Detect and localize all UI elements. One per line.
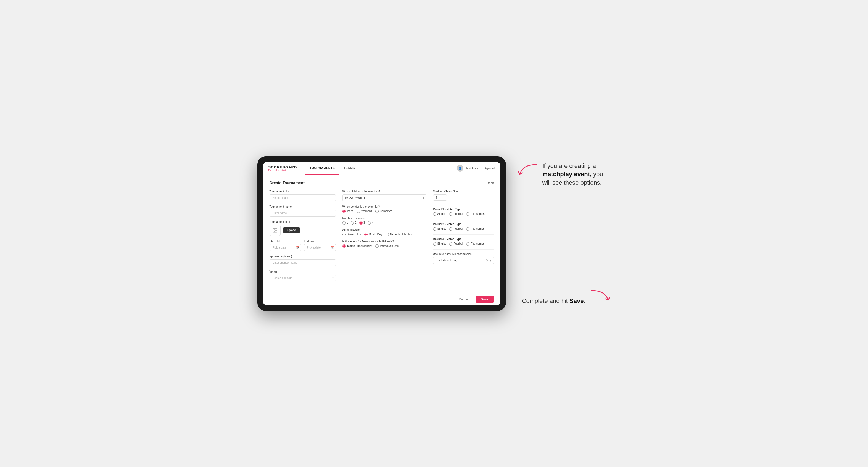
close-icon: ✕ — [486, 258, 489, 262]
tournament-name-input[interactable] — [270, 210, 336, 217]
round2-foursomes[interactable]: Foursomes — [466, 227, 485, 230]
nav-user: 👤 Test User | Sign out — [457, 165, 495, 172]
scoring-medal-radio[interactable] — [385, 233, 389, 236]
individuals-radio[interactable] — [375, 244, 379, 248]
cancel-button[interactable]: Cancel — [455, 296, 473, 303]
divider-4 — [433, 249, 494, 250]
back-link[interactable]: ← Back — [483, 181, 494, 185]
date-group: Start date 📅 End date — [270, 240, 336, 251]
round1-match-type: Singles Fourball Foursomes — [433, 212, 494, 216]
round3-singles-radio[interactable] — [433, 242, 436, 246]
divider-1 — [433, 205, 494, 205]
tablet-screen: SCOREBOARD Powered by clippit TOURNAMENT… — [263, 162, 500, 306]
sponsor-input[interactable] — [270, 259, 336, 266]
annotation-top: If you are creating a matchplay event, y… — [517, 162, 611, 187]
scoring-label: Scoring system — [342, 228, 426, 231]
annotation-bottom-part1: Complete and hit — [522, 298, 569, 304]
separator: | — [480, 166, 482, 170]
round3-singles[interactable]: Singles — [433, 242, 446, 246]
tab-tournaments[interactable]: TOURNAMENTS — [305, 162, 339, 175]
round2-match-type: Singles Fourball Foursomes — [433, 227, 494, 230]
annotation-top-text: If you are creating a matchplay event, y… — [542, 162, 611, 187]
gender-mens-radio[interactable] — [342, 210, 346, 213]
save-button[interactable]: Save — [475, 296, 494, 303]
round2-singles[interactable]: Singles — [433, 227, 446, 230]
chevron-down-icon: ▾ — [490, 258, 491, 262]
user-name: Test User — [466, 166, 478, 170]
end-date-wrapper: 📅 — [304, 244, 336, 251]
round1-group: Round 1 - Match Type Singles Fourball — [433, 208, 494, 216]
page-title: Create Tournament — [270, 181, 305, 185]
form-container: Create Tournament ← Back Tournament Host — [263, 175, 500, 293]
start-date-group: Start date 📅 — [270, 240, 301, 251]
rounds-2[interactable]: 2 — [351, 221, 356, 224]
rounds-4-radio[interactable] — [368, 221, 371, 224]
start-date-label: Start date — [270, 240, 301, 243]
rounds-3-radio[interactable] — [359, 221, 363, 224]
division-select[interactable]: NCAA Division I NCAA Division II NCAA Di… — [342, 194, 426, 201]
rounds-radio-group: 1 2 3 — [342, 221, 426, 224]
arrow-bottom-wrapper — [589, 288, 611, 306]
tab-teams[interactable]: TEAMS — [339, 162, 359, 175]
gender-combined[interactable]: Combined — [375, 210, 393, 213]
calendar-icon-start: 📅 — [296, 246, 299, 249]
gender-womens-radio[interactable] — [357, 210, 360, 213]
scoring-stroke[interactable]: Stroke Play — [342, 233, 361, 236]
api-label: Use third-party live scoring API? — [433, 252, 494, 255]
rounds-4[interactable]: 4 — [368, 221, 373, 224]
page-wrapper: SCOREBOARD Powered by clippit TOURNAMENT… — [241, 156, 627, 311]
venue-wrapper — [270, 275, 336, 281]
teams-radio-group: Teams (+Individuals) Individuals Only — [342, 244, 426, 248]
individuals-option[interactable]: Individuals Only — [375, 244, 399, 248]
round1-singles-radio[interactable] — [433, 212, 436, 216]
tournament-host-input[interactable] — [270, 194, 336, 201]
upload-button[interactable]: Upload — [283, 227, 300, 234]
logo-title: SCOREBOARD — [269, 165, 297, 169]
annotation-bottom-text: Complete and hit Save. — [522, 297, 586, 306]
rounds-2-radio[interactable] — [351, 221, 354, 224]
annotation-top-bold: matchplay event, — [542, 171, 592, 178]
round1-fourball[interactable]: Fourball — [449, 212, 463, 216]
rounds-1-radio[interactable] — [342, 221, 346, 224]
logo-sub: Powered by clippit — [269, 169, 297, 171]
division-group: Which division is the event for? NCAA Di… — [342, 190, 426, 201]
scoring-match[interactable]: Match Play — [364, 233, 382, 236]
rounds-1[interactable]: 1 — [342, 221, 348, 224]
rounds-3[interactable]: 3 — [359, 221, 365, 224]
arrow-top-wrapper — [517, 162, 539, 180]
teams-option[interactable]: Teams (+Individuals) — [342, 244, 372, 248]
scoring-match-radio[interactable] — [364, 233, 368, 236]
round3-foursomes[interactable]: Foursomes — [466, 242, 485, 246]
round3-fourball-radio[interactable] — [449, 242, 453, 246]
round1-foursomes[interactable]: Foursomes — [466, 212, 485, 216]
round3-fourball[interactable]: Fourball — [449, 242, 463, 246]
round2-fourball-radio[interactable] — [449, 227, 453, 230]
scoring-medal[interactable]: Medal Match Play — [385, 233, 412, 236]
round2-foursomes-radio[interactable] — [466, 227, 469, 230]
api-close-button[interactable]: ✕ ▾ — [486, 258, 491, 262]
tournament-name-group: Tournament name — [270, 205, 336, 217]
sign-out-link[interactable]: Sign out — [484, 166, 495, 170]
venue-input[interactable] — [270, 275, 336, 281]
main-content: Create Tournament ← Back Tournament Host — [263, 175, 500, 293]
round3-label: Round 3 - Match Type — [433, 238, 494, 241]
round3-foursomes-radio[interactable] — [466, 242, 469, 246]
scoring-match-label: Match Play — [369, 233, 382, 236]
round2-fourball[interactable]: Fourball — [449, 227, 463, 230]
round1-foursomes-radio[interactable] — [466, 212, 469, 216]
gender-womens[interactable]: Womens — [357, 210, 372, 213]
scoring-stroke-radio[interactable] — [342, 233, 346, 236]
sponsor-group: Sponsor (optional) — [270, 255, 336, 266]
max-team-size-input[interactable] — [433, 194, 447, 201]
gender-mens[interactable]: Mens — [342, 210, 353, 213]
nav-logo: SCOREBOARD Powered by clippit — [269, 165, 297, 171]
round1-fourball-radio[interactable] — [449, 212, 453, 216]
teams-radio[interactable] — [342, 244, 346, 248]
round2-group: Round 2 - Match Type Singles Fourball — [433, 223, 494, 230]
gender-combined-label: Combined — [380, 210, 393, 213]
gender-combined-radio[interactable] — [375, 210, 379, 213]
teams-label: Is this event for Teams and/or Individua… — [342, 240, 426, 243]
round2-singles-radio[interactable] — [433, 227, 436, 230]
venue-group: Venue — [270, 270, 336, 281]
round1-singles[interactable]: Singles — [433, 212, 446, 216]
